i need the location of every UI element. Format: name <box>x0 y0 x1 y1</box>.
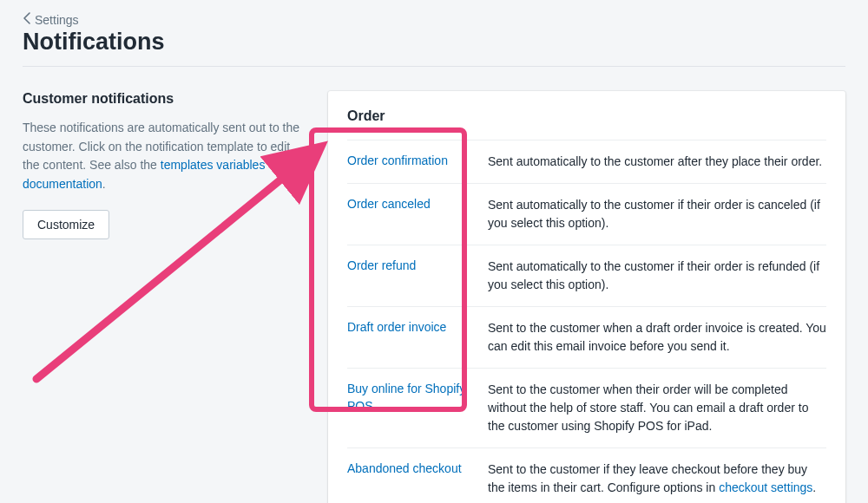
abandoned-checkout-link[interactable]: Abandoned checkout <box>347 461 470 478</box>
breadcrumb-label: Settings <box>35 13 79 27</box>
notification-row: Abandoned checkout Sent to the customer … <box>347 447 826 503</box>
order-canceled-link[interactable]: Order canceled <box>347 196 470 213</box>
notification-row: Order refund Sent automatically to the c… <box>347 245 826 306</box>
notification-description: Sent automatically to the customer if th… <box>488 258 826 294</box>
notification-row: Order confirmation Sent automatically to… <box>347 140 826 183</box>
customize-button[interactable]: Customize <box>23 210 109 239</box>
order-refund-link[interactable]: Order refund <box>347 258 470 275</box>
notification-description: Sent to the customer when a draft order … <box>488 319 826 356</box>
divider <box>23 66 845 67</box>
draft-order-invoice-link[interactable]: Draft order invoice <box>347 319 470 336</box>
order-card-title: Order <box>347 108 826 124</box>
sidebar-description: These notifications are automatically se… <box>23 119 300 194</box>
chevron-left-icon <box>23 12 31 27</box>
breadcrumb-back[interactable]: Settings <box>23 12 79 27</box>
order-card: Order Order confirmation Sent automatica… <box>328 91 845 503</box>
sidebar-title: Customer notifications <box>23 91 300 107</box>
page-title: Notifications <box>23 29 845 56</box>
sidebar: Customer notifications These notificatio… <box>23 91 300 239</box>
order-confirmation-link[interactable]: Order confirmation <box>347 153 470 170</box>
notification-row: Draft order invoice Sent to the customer… <box>347 306 826 368</box>
notification-description: Sent to the customer if they leave check… <box>488 461 826 497</box>
main-content: Order Order confirmation Sent automatica… <box>328 91 845 503</box>
notification-description: Sent automatically to the customer if th… <box>488 196 826 232</box>
notification-description: Sent to the customer when their order wi… <box>488 381 826 435</box>
buy-online-pos-link[interactable]: Buy online for Shopify POS <box>347 381 470 415</box>
notification-row: Buy online for Shopify POS Sent to the c… <box>347 368 826 447</box>
notification-row: Order canceled Sent automatically to the… <box>347 183 826 245</box>
checkout-settings-link[interactable]: checkout settings <box>719 480 812 494</box>
notification-description: Sent automatically to the customer after… <box>488 153 826 171</box>
